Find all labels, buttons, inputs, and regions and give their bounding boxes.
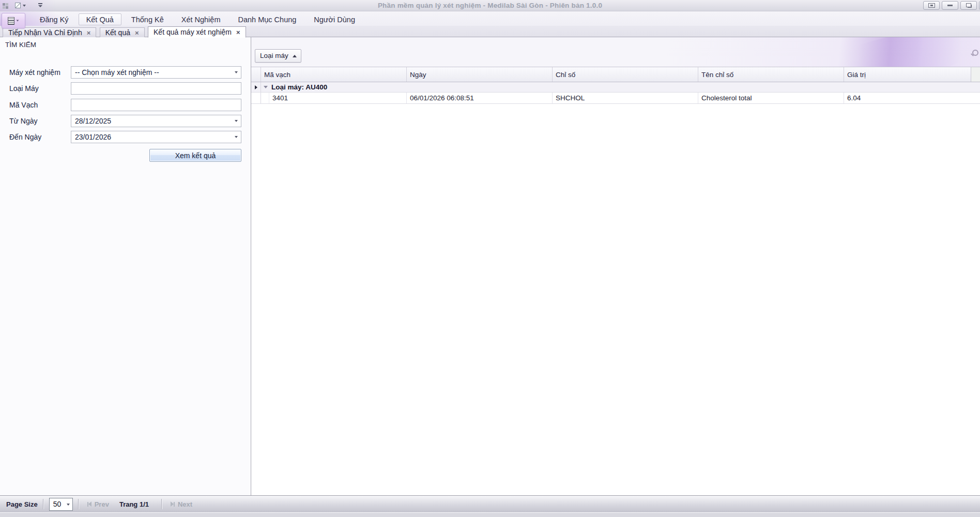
doc-tab-tiep-nhan-va-chi-dinh[interactable]: Tiếp Nhận Và Chỉ Định ×	[3, 27, 96, 37]
next-icon	[171, 501, 175, 507]
page-size-select[interactable]: 50	[49, 498, 73, 511]
minimize-button[interactable]	[942, 1, 958, 10]
main-content: TÌM KIẾM Máy xét nghiệm -- Chọn máy xét …	[0, 37, 980, 495]
column-header-label: Giá trị	[847, 71, 866, 79]
application-window: Phần mềm quản lý xét nghiệm - Medilab Sà…	[0, 0, 980, 517]
prev-label: Prev	[95, 500, 109, 508]
group-row[interactable]: Loại máy: AU400	[251, 82, 980, 93]
ribbon-tab-thong-ke[interactable]: Thống Kê	[124, 13, 172, 25]
page-size-label: Page Size	[6, 500, 38, 508]
title-bar: Phần mềm quản lý xét nghiệm - Medilab Sà…	[0, 0, 980, 11]
chevron-down-icon	[235, 136, 238, 138]
ribbon-tab-ket-qua[interactable]: Kết Quả	[79, 13, 121, 25]
machine-type-input[interactable]	[71, 82, 241, 95]
pager-bar: Page Size 50 Prev Trang 1/1 Next	[0, 495, 980, 512]
doc-tab-ket-qua[interactable]: Kết quả ×	[100, 27, 145, 37]
group-indent-cell	[261, 93, 269, 103]
row-indicator-icon	[255, 85, 257, 89]
minimize-icon	[947, 5, 953, 6]
label-may-xet-nghiem: Máy xét nghiệm	[9, 66, 60, 79]
cell-gia-tri: 6.04	[844, 93, 980, 103]
doc-tab-label: Kết quả	[105, 28, 130, 37]
separator	[78, 499, 79, 509]
chevron-down-icon	[67, 504, 70, 506]
doc-tab-ket-qua-may-xet-nghiem[interactable]: Kết quả máy xét nghiệm ×	[148, 26, 246, 38]
doc-tab-label: Kết quả máy xét nghiệm	[154, 28, 232, 36]
scrollbar-corner	[971, 67, 980, 82]
search-panel-title: TÌM KIẾM	[5, 41, 36, 49]
label-den-ngay: Đến Ngày	[9, 131, 41, 143]
cell-ma-vach: 3401	[269, 93, 407, 103]
ribbon-tab-row: Đăng Ký Kết Quả Thống Kê Xét Nghiệm Danh…	[0, 11, 980, 26]
group-by-chip-loai-may[interactable]: Loại máy	[255, 49, 301, 63]
prev-icon	[87, 501, 91, 507]
row-indicator-cell	[251, 93, 261, 103]
cell-chi-so: SHCHOL	[553, 93, 698, 103]
chevron-down-icon	[235, 71, 238, 73]
sort-ascending-icon	[293, 55, 297, 57]
restore-button[interactable]	[960, 1, 977, 10]
ribbon-tab-xet-nghiem[interactable]: Xét Nghiệm	[174, 13, 228, 25]
prev-page-button[interactable]: Prev	[87, 500, 109, 508]
page-size-value: 50	[53, 500, 62, 508]
to-date-value: 23/01/2026	[75, 133, 111, 141]
window-bottom-edge	[0, 512, 980, 517]
document-list-icon	[8, 17, 14, 25]
column-header-ngay[interactable]: Ngày	[407, 67, 553, 82]
fullscreen-button[interactable]	[923, 1, 940, 10]
from-date-value: 28/12/2025	[75, 117, 111, 125]
window-title: Phần mềm quản lý xét nghiệm - Medilab Sà…	[0, 0, 980, 11]
column-header-chi-so[interactable]: Chỉ số	[553, 67, 698, 82]
machine-select-value: -- Chọn máy xét nghiệm --	[75, 68, 159, 77]
results-grid: Loại máy Mã vạch Ngày Chỉ số Tên chỉ số …	[251, 37, 980, 495]
tab-close-icon[interactable]: ×	[87, 29, 91, 36]
expand-cell[interactable]	[261, 82, 270, 92]
search-panel: TÌM KIẾM Máy xét nghiệm -- Chọn máy xét …	[0, 37, 250, 495]
search-icon[interactable]	[971, 50, 979, 58]
tab-close-icon[interactable]: ×	[135, 29, 139, 36]
label-ma-vach: Mã Vạch	[9, 99, 38, 111]
doc-tab-label: Tiếp Nhận Và Chỉ Định	[8, 28, 82, 37]
decorative-wave	[763, 37, 980, 67]
label-loai-may: Loại Máy	[9, 82, 39, 95]
chevron-down-icon	[235, 120, 238, 122]
ribbon-tab-nguoi-dung[interactable]: Người Dùng	[306, 13, 363, 25]
grid-header-row: Mã vạch Ngày Chỉ số Tên chỉ số Giá trị	[251, 67, 980, 82]
ribbon-tab-danh-muc-chung[interactable]: Danh Mục Chung	[230, 13, 304, 25]
label-tu-ngay: Từ Ngày	[9, 115, 38, 127]
fullscreen-icon	[928, 3, 935, 8]
separator	[161, 499, 162, 509]
cell-ten-chi-so: Cholesterol total	[698, 93, 844, 103]
from-date-picker[interactable]: 28/12/2025	[71, 115, 241, 127]
machine-select[interactable]: -- Chọn máy xét nghiệm --	[71, 66, 241, 79]
table-row[interactable]: 3401 06/01/2026 06:08:51 SHCHOL Choleste…	[251, 93, 980, 104]
chevron-down-icon	[17, 20, 19, 21]
document-tab-bar: Tiếp Nhận Và Chỉ Định × Kết quả × Kết qu…	[0, 26, 980, 37]
barcode-input[interactable]	[71, 99, 241, 111]
row-indicator-cell	[251, 82, 261, 92]
separator	[43, 499, 44, 509]
group-row-label: Loại máy: AU400	[270, 82, 980, 92]
next-label: Next	[178, 500, 192, 508]
column-header-ma-vach[interactable]: Mã vạch	[261, 67, 407, 82]
decorative-wave	[587, 37, 980, 67]
view-results-button[interactable]: Xem kết quả	[149, 149, 241, 162]
group-by-chip-label: Loại máy	[260, 52, 288, 59]
group-by-panel[interactable]: Loại máy	[251, 37, 980, 67]
decorative-wave	[755, 37, 980, 67]
tab-close-icon[interactable]: ×	[236, 29, 240, 36]
app-menu-button[interactable]	[2, 13, 25, 28]
cell-ngay: 06/01/2026 06:08:51	[407, 93, 553, 103]
column-header-ten-chi-so[interactable]: Tên chỉ số	[698, 67, 844, 82]
ribbon-tab-dang-ky[interactable]: Đăng Ký	[32, 13, 76, 25]
next-page-button[interactable]: Next	[171, 500, 192, 508]
column-header-gia-tri[interactable]: Giá trị	[844, 67, 980, 82]
collapse-icon	[264, 86, 268, 88]
to-date-picker[interactable]: 23/01/2026	[71, 131, 241, 143]
row-indicator-header	[251, 67, 261, 82]
restore-icon	[968, 5, 972, 8]
page-info: Trang 1/1	[119, 500, 149, 508]
